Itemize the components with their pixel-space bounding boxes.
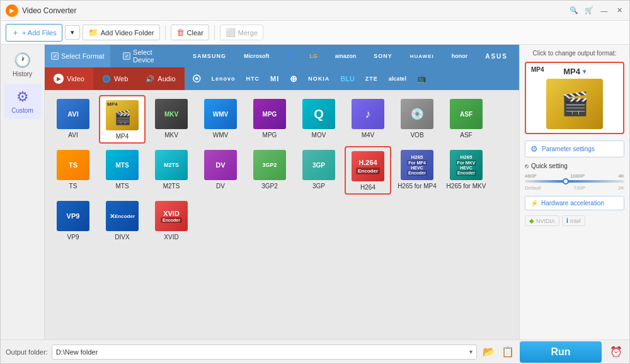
- format-mkv[interactable]: MKV MKV: [148, 95, 195, 144]
- format-3gp2[interactable]: 3GP2 3GP2: [246, 146, 293, 195]
- close-button[interactable]: ✕: [614, 6, 624, 16]
- brand-huawei[interactable]: HUAWEI: [405, 51, 439, 62]
- category-web-tab[interactable]: 🌐 Web: [93, 67, 137, 90]
- add-folder-button[interactable]: 📁 Add Video Folder: [83, 25, 160, 40]
- mts-label: MTS: [115, 183, 129, 190]
- preview-icon[interactable]: 📋: [500, 344, 516, 360]
- add-folder-dropdown[interactable]: ▾: [65, 25, 80, 40]
- device-section: ✓ Select Device SAMSUNG Microsoft G LG a…: [110, 45, 519, 67]
- intel-label: Intel: [570, 218, 581, 224]
- format-dv[interactable]: DV DV: [197, 146, 244, 195]
- mkv-icon: MKV: [153, 98, 190, 130]
- brand-google[interactable]: G: [282, 50, 297, 62]
- brand-honor[interactable]: honor: [447, 50, 473, 62]
- add-files-button[interactable]: ＋ + Add Files: [6, 24, 62, 42]
- 3gp2-label: 3GP2: [261, 183, 278, 190]
- format-avi[interactable]: AVI AVI: [50, 95, 96, 144]
- quick-slider[interactable]: [525, 180, 624, 183]
- format-h264[interactable]: H.264 Encoder H264: [345, 146, 391, 195]
- format-m4v[interactable]: ♪ M4V: [345, 95, 391, 144]
- clear-label: Clear: [187, 29, 203, 37]
- format-vp9[interactable]: VP9 VP9: [50, 197, 96, 243]
- quick-slider-thumb[interactable]: [563, 178, 569, 185]
- format-h265mkv[interactable]: H265 For MKV HEVC Encoder H265 for MKV: [443, 146, 490, 195]
- brand-mi[interactable]: MI: [265, 72, 284, 85]
- format-h265mp4[interactable]: H265 For MP4 HEVC Encoder H265 for MP4: [394, 146, 440, 195]
- brand-samsung[interactable]: SAMSUNG: [188, 50, 231, 62]
- main-content: 🕐 History ⚙ Custom ✓ Select Format: [1, 45, 629, 339]
- vp9-icon: VP9: [55, 200, 91, 232]
- app-icon: ▶: [6, 4, 18, 17]
- brand-microsoft[interactable]: Microsoft: [239, 50, 275, 62]
- h265mp4-icon-img: H265 For MP4 HEVC Encoder: [401, 150, 433, 180]
- m2ts-icon: M2TS: [153, 149, 190, 181]
- settings-icon: ⚙: [530, 144, 538, 154]
- brand-nokia[interactable]: NOKIA: [303, 73, 335, 84]
- brand-htc[interactable]: HTC: [241, 73, 265, 84]
- output-format-box[interactable]: MP4 ▾ MP4 🎬: [525, 62, 624, 134]
- web-icon: 🌐: [102, 75, 111, 83]
- run-button[interactable]: Run: [520, 341, 602, 363]
- output-path-field[interactable]: D:\New folder ▾: [52, 344, 477, 360]
- asf-icon: ASF: [448, 98, 484, 130]
- brand-blu[interactable]: BLU: [335, 72, 360, 85]
- avi-icon: AVI: [55, 98, 91, 130]
- format-mts[interactable]: MTS MTS: [99, 146, 146, 195]
- sidebar-item-custom[interactable]: ⚙ Custom: [4, 84, 42, 119]
- format-mov[interactable]: Q MOV: [295, 95, 342, 144]
- audio-label: Audio: [158, 75, 175, 82]
- brand-asus[interactable]: ASUS: [480, 50, 513, 62]
- brand-lg[interactable]: LG: [304, 50, 323, 62]
- ts-icon: TS: [55, 149, 91, 181]
- format-xvid[interactable]: XVID Encoder XVID: [148, 197, 195, 243]
- format-divx[interactable]: ✕Encoder DIVX: [99, 197, 146, 243]
- format-mp4[interactable]: MP4 🎬 MP4: [99, 95, 146, 144]
- search-icon[interactable]: 🔍: [569, 6, 579, 16]
- brand-lenovo[interactable]: Lenovo: [207, 73, 241, 84]
- quick-setting-label: Quick setting: [531, 162, 568, 169]
- select-format-label: Select Format: [61, 52, 104, 60]
- gpu-badges: ◆ NVIDIA i Intel: [525, 215, 624, 226]
- hw-accel-label: Hardware acceleration: [541, 200, 604, 207]
- format-checkbox[interactable]: ✓: [51, 52, 59, 60]
- hardware-acceleration-button[interactable]: ⚡ Hardware acceleration: [525, 196, 624, 210]
- mpg-icon: MPG: [251, 98, 288, 130]
- open-folder-icon[interactable]: 📂: [481, 344, 497, 360]
- h265mp4-label: H265 for MP4: [398, 183, 437, 190]
- sidebar-item-history[interactable]: 🕐 History: [4, 47, 42, 82]
- category-audio-tab[interactable]: 🔊 Audio: [137, 67, 184, 90]
- brand-zte[interactable]: ZTE: [360, 73, 383, 84]
- parameter-settings-button[interactable]: ⚙ Parameter settings: [525, 140, 624, 157]
- alarm-icon[interactable]: ⏰: [608, 344, 624, 360]
- h265mkv-icon: H265 For MKV HEVC Encoder: [448, 149, 484, 181]
- device-checkbox[interactable]: ✓: [123, 52, 130, 60]
- format-m2ts[interactable]: M2TS M2TS: [148, 146, 195, 195]
- select-device-tab[interactable]: ✓ Select Device: [117, 45, 180, 67]
- brand-amazon[interactable]: amazon: [330, 50, 362, 62]
- format-ts[interactable]: TS TS: [50, 146, 96, 195]
- label-1080p: 1080P: [570, 173, 585, 179]
- format-3gp[interactable]: 3GP 3GP: [295, 146, 342, 195]
- category-video-tab[interactable]: ▶ Video: [45, 67, 93, 90]
- format-mpg[interactable]: MPG MPG: [246, 95, 293, 144]
- format-vob[interactable]: 💿 VOB: [394, 95, 440, 144]
- cart-icon[interactable]: 🛒: [584, 6, 594, 16]
- output-path-dropdown[interactable]: ▾: [469, 348, 472, 355]
- right-panel: Click to change output format: MP4 ▾ MP4…: [519, 45, 629, 339]
- format-wmv[interactable]: WMV WMV: [197, 95, 244, 144]
- brand-oneplus[interactable]: ⊕: [285, 71, 302, 86]
- add-folder-label: Add Video Folder: [101, 29, 154, 37]
- brand-sony[interactable]: SONY: [369, 50, 398, 62]
- mpg-icon-img: MPG: [253, 99, 286, 129]
- nvidia-label: NVIDIA: [536, 218, 555, 224]
- clear-button[interactable]: 🗑 Clear: [171, 25, 209, 40]
- title-bar-right: 🔍 🛒 — ✕: [569, 6, 624, 16]
- minimize-button[interactable]: —: [599, 6, 609, 16]
- brand-tv[interactable]: 📺: [412, 72, 432, 86]
- format-asf[interactable]: ASF ASF: [443, 95, 490, 144]
- select-format-tab[interactable]: ✓ Select Format: [45, 45, 110, 67]
- merge-button[interactable]: ⬜ Merge: [220, 25, 263, 40]
- asf-label: ASF: [460, 132, 472, 139]
- brand-motorola[interactable]: ⦿: [187, 71, 206, 86]
- brand-alcatel[interactable]: alcatel: [384, 73, 411, 84]
